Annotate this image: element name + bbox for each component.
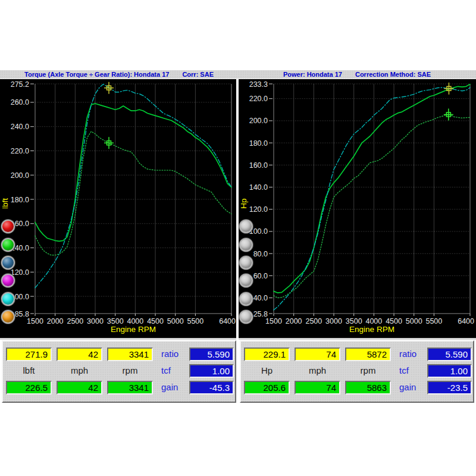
comparison-run-power-dotted xyxy=(274,115,470,298)
power-plot[interactable]: 233.3220.0200.0180.0160.0140.0120.0100.0… xyxy=(239,79,476,338)
y-tick-label: 80.0 xyxy=(253,250,268,258)
y-tick-label: 260.0 xyxy=(11,98,29,107)
yellow-cursor-power[interactable] xyxy=(444,83,453,95)
power-title-text: Power: Hondata 17 xyxy=(283,71,342,78)
rpm-unit-label: rpm xyxy=(107,365,153,377)
x-tick-label: 1500 xyxy=(27,317,43,325)
run-color-button-orange[interactable] xyxy=(1,310,15,324)
y-tick-label: 275.2 xyxy=(11,80,29,89)
y-tick-label: 200.0 xyxy=(249,117,268,125)
x-tick-label: 2500 xyxy=(67,317,83,325)
speed-unit-label: mph xyxy=(57,365,102,377)
torque-plot[interactable]: 275.2260.0240.0220.0200.0180.0160.0140.0… xyxy=(0,79,236,338)
x-tick-label: 2500 xyxy=(305,317,322,325)
cursor2-speed-value: 74 xyxy=(295,381,340,394)
ratio-label: ratio xyxy=(161,347,187,361)
y-axis-title: Hp xyxy=(239,198,248,208)
run-slot-6-button[interactable] xyxy=(239,310,253,324)
dyno-window: Torque (Axle Torque ÷ Gear Ratio): Honda… xyxy=(0,0,476,476)
cursor1-rpm-value: 3341 xyxy=(107,347,153,361)
gain-label: gain xyxy=(399,381,425,394)
cursor2-power-value: 205.6 xyxy=(244,381,290,394)
y-tick-label: 220.0 xyxy=(11,147,29,155)
ratio-value: 5.590 xyxy=(427,347,472,361)
x-axis-title: Engine RPM xyxy=(111,325,156,334)
run-color-button-cyan[interactable] xyxy=(1,292,15,306)
comparison-run-torque-dotted xyxy=(35,131,231,255)
x-tick-label: 4000 xyxy=(365,317,382,325)
y-tick-label: 233.3 xyxy=(249,80,268,89)
y-tick-label: 160.0 xyxy=(249,161,268,170)
x-tick-label: 5500 xyxy=(187,317,203,325)
torque-chart-title: Torque (Axle Torque ÷ Gear Ratio): Honda… xyxy=(0,70,238,79)
chart-title-bar: Torque (Axle Torque ÷ Gear Ratio): Honda… xyxy=(0,70,476,79)
x-tick-label: 4500 xyxy=(386,317,402,325)
run-color-button-magenta[interactable] xyxy=(1,274,15,287)
cursor2-torque-value: 226.5 xyxy=(6,381,52,394)
power-unit-label: Hp xyxy=(244,365,290,377)
torque-title-text: Torque (Axle Torque ÷ Gear Ratio): Honda… xyxy=(24,71,169,78)
cursor2-rpm-value: 5863 xyxy=(345,381,391,394)
current-run-power xyxy=(274,84,470,293)
run-color-button-green[interactable] xyxy=(1,238,15,252)
y-tick-label: 140.0 xyxy=(249,183,268,192)
y-axis-title: lbft xyxy=(1,198,10,209)
run-slot-2-button[interactable] xyxy=(239,238,253,252)
y-tick-label: 60.0 xyxy=(253,272,268,280)
x-tick-label: 3500 xyxy=(346,317,362,325)
run-slot-3-button[interactable] xyxy=(239,256,253,270)
power-readout-panel: 229.1 74 5872 Hp mph rpm 205.6 74 5863 r… xyxy=(240,340,474,403)
torque-unit-label: lbft xyxy=(6,365,52,377)
run-slot-4-button[interactable] xyxy=(239,274,253,287)
ratio-value: 5.590 xyxy=(189,347,234,361)
run-slot-5-button[interactable] xyxy=(239,292,253,306)
y-tick-label: 180.0 xyxy=(11,196,29,204)
power-chart-title: Power: Hondata 17 Correction Method: SAE xyxy=(238,70,476,79)
tcf-value: 1.00 xyxy=(189,364,234,378)
torque-chart-panel[interactable]: 275.2260.0240.0220.0200.0180.0160.0140.0… xyxy=(0,79,236,340)
cursor2-rpm-value: 3341 xyxy=(107,381,153,394)
torque-correction-text: Corr: SAE xyxy=(182,71,214,78)
y-tick-label: 180.0 xyxy=(249,139,268,148)
cursor2-speed-value: 42 xyxy=(57,381,102,394)
y-tick-label: 120.0 xyxy=(11,268,29,277)
green-cursor-power[interactable] xyxy=(444,109,453,121)
torque-readout-panel: 271.9 42 3341 lbft mph rpm 226.5 42 3341… xyxy=(2,340,236,403)
tcf-label: tcf xyxy=(399,364,425,378)
x-tick-label: 2000 xyxy=(286,317,302,325)
rpm-unit-label: rpm xyxy=(345,365,391,377)
cursor1-speed-value: 42 xyxy=(57,347,102,361)
cursor1-torque-value: 271.9 xyxy=(6,347,52,361)
x-tick-label: 3000 xyxy=(325,317,342,325)
cursor1-rpm-value: 5872 xyxy=(345,347,391,361)
run-color-button-red[interactable] xyxy=(1,220,15,233)
x-tick-label: 3000 xyxy=(87,317,104,325)
x-end-tick-label: 6400 xyxy=(219,317,236,325)
gain-label: gain xyxy=(161,381,187,394)
ratio-label: ratio xyxy=(399,347,425,361)
x-tick-label: 5500 xyxy=(425,317,442,325)
x-tick-label: 4000 xyxy=(127,317,143,325)
cursor1-power-value: 229.1 xyxy=(244,347,290,361)
x-axis-title: Engine RPM xyxy=(349,325,394,334)
comparison-run-torque-dashdot xyxy=(35,84,231,287)
current-run-torque xyxy=(35,104,231,241)
run-color-button-blue[interactable] xyxy=(1,256,15,270)
x-tick-label: 5000 xyxy=(406,317,422,325)
speed-unit-label: mph xyxy=(295,365,340,377)
x-tick-label: 3500 xyxy=(107,317,124,325)
cursor1-speed-value: 74 xyxy=(295,347,340,361)
power-correction-text: Correction Method: SAE xyxy=(355,71,431,78)
x-tick-label: 2000 xyxy=(47,317,64,325)
x-tick-label: 4500 xyxy=(147,317,164,325)
gain-value: -23.5 xyxy=(427,381,472,394)
x-tick-label: 5000 xyxy=(167,317,184,325)
y-tick-label: 220.0 xyxy=(249,95,268,103)
power-chart-panel[interactable]: 233.3220.0200.0180.0160.0140.0120.0100.0… xyxy=(239,79,476,340)
green-cursor-torque[interactable] xyxy=(104,137,114,149)
x-end-tick-label: 6400 xyxy=(458,317,474,325)
run-slot-1-button[interactable] xyxy=(239,220,253,233)
tcf-value: 1.00 xyxy=(427,364,472,378)
tcf-label: tcf xyxy=(161,364,187,378)
y-tick-label: 120.0 xyxy=(249,205,268,214)
